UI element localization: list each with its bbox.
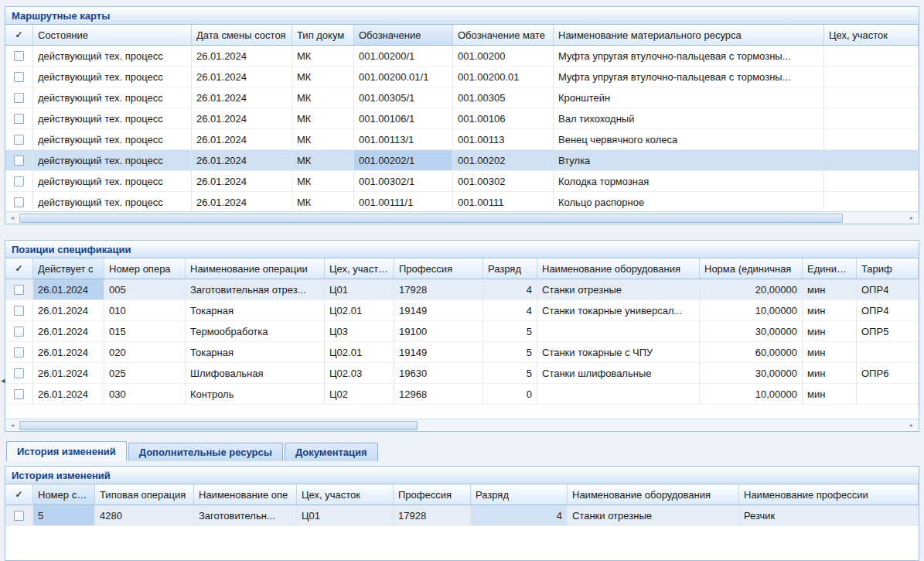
cell[interactable]: 001.00202/1 (354, 150, 453, 171)
cell[interactable]: 020 (104, 342, 186, 363)
cell[interactable]: Ц03 (325, 321, 394, 342)
cell[interactable]: Станки шлифовальные (537, 363, 700, 384)
cell[interactable]: Ц01 (297, 505, 394, 526)
column-header[interactable]: Наименование профессии (739, 484, 919, 505)
column-header[interactable]: Обозначение (354, 25, 453, 46)
table-row[interactable]: действующий тех. процесс26.01.2024МК001.… (5, 192, 919, 211)
cell[interactable] (824, 108, 919, 129)
cell[interactable]: 001.00200.01/1 (354, 67, 453, 87)
column-header[interactable]: Тариф (857, 258, 919, 279)
cell[interactable]: Токарная (186, 300, 325, 321)
cell[interactable]: 19630 (394, 363, 483, 384)
cell[interactable]: ОПР4 (857, 279, 919, 300)
cell[interactable] (857, 384, 919, 405)
cell[interactable]: Станки токарные универсал... (537, 300, 700, 321)
cell[interactable]: 0 (483, 384, 537, 405)
cell[interactable]: Шлифовальная (186, 363, 325, 384)
cell[interactable]: 30,00000 (700, 321, 803, 342)
cell[interactable]: Ц02.03 (325, 363, 394, 384)
cell[interactable]: Ц02.01 (325, 342, 394, 363)
column-header[interactable]: Номер стро (33, 484, 95, 505)
cell[interactable]: 26.01.2024 (33, 384, 104, 405)
cell[interactable]: Муфта упругая втулочно-пальцевая с тормо… (554, 46, 824, 67)
row-checkbox[interactable] (14, 114, 24, 124)
select-all-checkbox-header[interactable]: ✓ (5, 25, 33, 46)
table-row[interactable]: 26.01.2024020ТокарнаяЦ02.01191495Станки … (5, 342, 919, 363)
column-header[interactable]: Действует с (33, 258, 104, 279)
column-header[interactable]: Наименование операции (186, 258, 325, 279)
cell[interactable]: 4 (483, 279, 537, 300)
cell[interactable]: 001.00200.01 (453, 67, 554, 87)
column-header[interactable]: Цех, участок (824, 25, 919, 46)
cell[interactable]: 001.00200/1 (354, 46, 453, 67)
cell[interactable]: 001.00113 (453, 129, 554, 150)
select-all-checkbox-header[interactable]: ✓ (5, 484, 33, 505)
cell[interactable]: 001.00106 (453, 108, 554, 129)
cell[interactable]: 005 (104, 279, 186, 300)
cell[interactable]: 10,00000 (700, 300, 803, 321)
cell[interactable]: 5 (483, 342, 537, 363)
cell[interactable]: 26.01.2024 (33, 342, 104, 363)
cell[interactable]: мин (803, 384, 857, 405)
cell[interactable]: 26.01.2024 (192, 67, 292, 87)
cell[interactable]: 19149 (394, 342, 483, 363)
cell[interactable]: 12968 (394, 384, 483, 405)
cell[interactable]: 001.00305 (453, 87, 554, 108)
cell[interactable]: Станки токарные с ЧПУ (537, 342, 700, 363)
column-header[interactable]: Дата смены состоя (192, 25, 292, 46)
cell[interactable]: 001.00302/1 (354, 171, 453, 192)
cell[interactable]: Колодка тормозная (554, 171, 824, 192)
table-row[interactable]: действующий тех. процесс26.01.2024МК001.… (5, 171, 919, 192)
row-checkbox[interactable] (14, 197, 24, 207)
table-row[interactable]: действующий тех. процесс26.01.2024МК001.… (5, 129, 919, 150)
cell[interactable]: Контроль (186, 384, 325, 405)
row-checkbox[interactable] (14, 156, 24, 166)
column-header[interactable]: Норма (единичная (700, 258, 803, 279)
cell[interactable]: 5 (483, 363, 537, 384)
table-row[interactable]: 26.01.2024005Заготовительная отрез...Ц01… (5, 279, 919, 300)
cell[interactable]: 26.01.2024 (192, 192, 292, 211)
cell[interactable] (824, 46, 919, 67)
cell[interactable]: действующий тех. процесс (33, 150, 192, 171)
cell[interactable]: 60,00000 (700, 342, 803, 363)
cell[interactable]: Токарная (186, 342, 325, 363)
cell[interactable]: Заготовительная отрез... (186, 279, 325, 300)
column-header[interactable]: Разряд (483, 258, 537, 279)
cell[interactable]: 19149 (394, 300, 483, 321)
cell[interactable]: МК (292, 192, 354, 211)
cell[interactable]: 001.00111 (453, 192, 554, 211)
cell[interactable]: 001.00305/1 (354, 87, 453, 108)
cell[interactable]: 10,00000 (700, 384, 803, 405)
tab-change-history[interactable]: История изменений (6, 441, 127, 461)
cell[interactable]: 26.01.2024 (192, 150, 292, 171)
cell[interactable]: Ц02.01 (325, 300, 394, 321)
scroll-right-arrow-icon[interactable]: ► (906, 421, 917, 430)
cell[interactable]: МК (292, 108, 354, 129)
cell[interactable]: 26.01.2024 (33, 363, 104, 384)
cell[interactable]: Кольцо распорное (554, 192, 824, 211)
cell[interactable]: 5 (483, 321, 537, 342)
cell[interactable]: 001.00202 (453, 150, 554, 171)
cell[interactable]: 4 (471, 505, 568, 526)
cell[interactable]: 26.01.2024 (33, 300, 104, 321)
cell[interactable]: ОПР6 (857, 363, 919, 384)
cell[interactable]: МК (292, 129, 354, 150)
cell[interactable]: 26.01.2024 (192, 129, 292, 150)
select-all-checkbox-header[interactable]: ✓ (5, 258, 33, 279)
row-checkbox[interactable] (14, 72, 24, 82)
cell[interactable]: 20,00000 (700, 279, 803, 300)
cell[interactable]: 001.00111/1 (354, 192, 453, 211)
cell[interactable]: 025 (104, 363, 186, 384)
row-checkbox[interactable] (14, 93, 24, 103)
cell[interactable]: Термообработка (186, 321, 325, 342)
cell[interactable] (857, 342, 919, 363)
cell[interactable]: МК (292, 87, 354, 108)
cell[interactable]: Ц01 (325, 279, 394, 300)
cell[interactable]: Станки отрезные (568, 505, 739, 526)
row-checkbox[interactable] (14, 176, 24, 186)
cell[interactable]: 030 (104, 384, 186, 405)
cell[interactable]: 30,00000 (700, 363, 803, 384)
cell[interactable] (537, 321, 700, 342)
cell[interactable]: 001.00302 (453, 171, 554, 192)
column-header[interactable]: Цех, участок. (325, 258, 394, 279)
